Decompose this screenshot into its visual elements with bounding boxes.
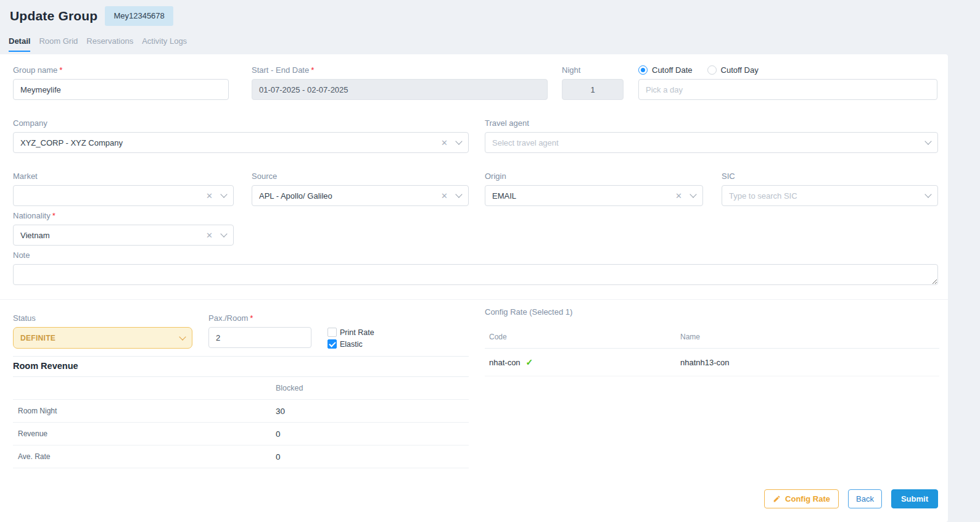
config-rate-title: Config Rate (Selected 1)	[485, 307, 939, 317]
left-section-divider	[13, 356, 469, 357]
elastic-checkbox[interactable]: Elastic	[327, 338, 401, 350]
travel-agent-placeholder: Select travel agent	[492, 138, 926, 147]
table-row: Revenue 0	[13, 423, 469, 445]
sic-placeholder: Type to search SIC	[729, 191, 926, 201]
column-header-name: Name	[680, 333, 939, 341]
pax-room-label-text: Pax./Room	[208, 313, 248, 323]
nationality-select[interactable]: Vietnam ✕	[13, 225, 234, 246]
market-select[interactable]: ✕	[13, 185, 234, 206]
required-asterisk: *	[311, 65, 314, 75]
nationality-label: Nationality*	[13, 211, 234, 220]
room-revenue-header-row: Blocked	[13, 377, 469, 400]
chevron-down-icon	[220, 191, 227, 197]
market-label: Market	[13, 172, 234, 181]
chevron-down-icon	[455, 191, 462, 197]
source-select[interactable]: APL - Apollo/ Galileo ✕	[252, 185, 469, 206]
page-header: Update Group Mey12345678	[10, 6, 173, 26]
cutoff-field: Cutoff Date Cutoff Day	[638, 65, 937, 100]
sic-label: SIC	[722, 172, 938, 181]
nationality-value: Vietnam	[20, 231, 206, 240]
origin-value: EMAIL	[492, 191, 675, 201]
cutoff-radio-group: Cutoff Date Cutoff Day	[638, 65, 937, 75]
date-range-label-text: Start - End Date	[252, 65, 309, 75]
config-rate-table-header: Code Name	[485, 326, 939, 349]
cutoff-day-radio[interactable]: Cutoff Day	[707, 65, 759, 75]
room-night-label: Room Night	[13, 407, 276, 415]
note-label-text: Note	[13, 251, 30, 260]
source-label-text: Source	[252, 172, 277, 181]
company-select[interactable]: XYZ_CORP - XYZ Company ✕	[13, 132, 469, 153]
group-name-label: Group name*	[13, 65, 229, 75]
note-textarea[interactable]	[13, 264, 938, 285]
night-field: Night	[562, 65, 624, 100]
elastic-label: Elastic	[340, 340, 363, 349]
ave-rate-label: Ave. Rate	[13, 452, 276, 461]
print-rate-label: Print Rate	[340, 328, 374, 337]
pax-room-label: Pax./Room*	[208, 313, 311, 323]
status-value: DEFINITE	[20, 334, 180, 342]
clear-icon[interactable]: ✕	[206, 192, 213, 200]
form-footer: Config Rate Back Submit	[764, 489, 938, 508]
chevron-down-icon	[924, 191, 931, 197]
room-revenue-title: Room Revenue	[13, 361, 78, 371]
submit-button-label: Submit	[901, 494, 928, 503]
cutoff-date-radio[interactable]: Cutoff Date	[638, 65, 693, 75]
chevron-down-icon	[455, 138, 462, 144]
group-name-input[interactable]	[13, 79, 229, 100]
group-code-badge: Mey12345678	[105, 6, 173, 26]
sic-label-text: SIC	[722, 172, 735, 181]
chevron-down-icon	[924, 138, 931, 144]
tab-detail[interactable]: Detail	[9, 33, 30, 52]
company-label-text: Company	[13, 118, 47, 128]
table-row: Room Night 30	[13, 400, 469, 423]
night-label: Night	[562, 65, 624, 75]
table-row[interactable]: nhat-con ✓ nhatnh13-con	[485, 349, 939, 376]
tab-reservations[interactable]: Reservations	[86, 33, 133, 52]
travel-agent-select[interactable]: Select travel agent	[485, 132, 938, 153]
clear-icon[interactable]: ✕	[206, 231, 213, 239]
rate-options-group: Print Rate Elastic	[327, 326, 401, 350]
config-rate-button[interactable]: Config Rate	[764, 489, 839, 508]
required-asterisk: *	[250, 313, 253, 323]
config-rate-code-cell: nhat-con ✓	[489, 357, 680, 367]
section-divider	[0, 299, 948, 300]
date-range-input	[252, 79, 548, 100]
config-rate-button-label: Config Rate	[785, 494, 830, 503]
travel-agent-field: Travel agent Select travel agent	[485, 118, 938, 153]
clear-icon[interactable]: ✕	[441, 192, 448, 200]
status-field: Status DEFINITE	[13, 313, 192, 349]
origin-field: Origin EMAIL ✕	[485, 172, 703, 206]
clear-icon[interactable]: ✕	[441, 139, 448, 147]
page-title: Update Group	[10, 9, 97, 23]
checkbox-icon	[327, 339, 337, 349]
sic-field: SIC Type to search SIC	[722, 172, 938, 206]
origin-select[interactable]: EMAIL ✕	[485, 185, 703, 206]
clear-icon[interactable]: ✕	[675, 192, 682, 200]
tab-room-grid[interactable]: Room Grid	[39, 33, 78, 52]
tab-activity-logs[interactable]: Activity Logs	[142, 33, 187, 52]
pax-room-field: Pax./Room*	[208, 313, 311, 348]
source-field: Source APL - Apollo/ Galileo ✕	[252, 172, 469, 206]
checkbox-icon	[327, 328, 337, 337]
radio-icon	[707, 65, 717, 75]
chevron-down-icon	[220, 230, 227, 237]
group-name-label-text: Group name	[13, 65, 57, 75]
ave-rate-value: 0	[276, 452, 469, 462]
status-label-text: Status	[13, 313, 36, 323]
sic-select[interactable]: Type to search SIC	[722, 185, 938, 206]
cutoff-date-picker-input[interactable]	[638, 79, 937, 100]
status-label: Status	[13, 313, 192, 323]
edit-icon	[773, 495, 781, 503]
back-button[interactable]: Back	[848, 489, 882, 508]
status-select[interactable]: DEFINITE	[13, 327, 192, 349]
night-input	[562, 79, 624, 100]
column-header-code: Code	[489, 333, 680, 341]
submit-button[interactable]: Submit	[891, 489, 938, 508]
origin-label: Origin	[485, 172, 703, 181]
column-header-blocked: Blocked	[276, 384, 469, 392]
config-rate-name-cell: nhatnh13-con	[680, 358, 939, 367]
revenue-value: 0	[276, 429, 469, 439]
pax-room-input[interactable]	[208, 327, 311, 348]
print-rate-checkbox[interactable]: Print Rate	[327, 326, 401, 338]
chevron-down-icon	[690, 191, 696, 197]
